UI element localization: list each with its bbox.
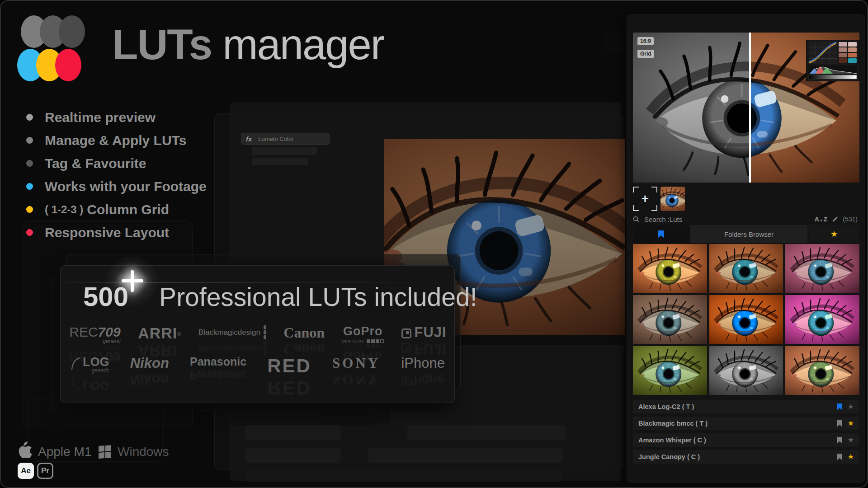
lut-list-row[interactable]: Blackmagic bmcc ( T ) ★ (633, 417, 859, 430)
plus-sparkle-icon (118, 267, 146, 295)
feature-label: Works with your Footage (45, 179, 207, 194)
lut-preview-tile-vivid-warm[interactable] (709, 295, 783, 344)
brand-logo-red: REDRED (267, 355, 311, 377)
lut-name: Jungle Canopy ( C ) (638, 453, 837, 460)
brand-logo-gopro: GoProBe a HERO.GoProBe a HERO. (342, 324, 384, 343)
lut-list-row[interactable]: Alexa Log-C2 ( T ) ★ (633, 400, 859, 413)
brand-logo-canon: CanonCanon (283, 324, 325, 341)
feature-prefix: ( 1-2-3 ) (45, 203, 83, 216)
brand-reflection: FUJI (401, 341, 447, 357)
apple-label: Apple M1 (38, 445, 91, 459)
feature-item: Manage & Apply LUTs (26, 129, 207, 152)
lut-name: Alexa Log-C2 ( T ) (638, 403, 837, 410)
tab-favourites[interactable]: ★ (809, 225, 859, 243)
feature-item: Responsive Layout (26, 221, 207, 244)
feature-bullet (26, 183, 33, 190)
eye-image (633, 295, 707, 344)
brand-logo-rec: REC709genericREC709generic (69, 324, 120, 344)
brand-reflection: LOGgeneric (71, 374, 109, 392)
eye-image (785, 346, 859, 395)
footage-thumbnail[interactable] (660, 187, 685, 211)
lut-list-row[interactable]: Jungle Canopy ( C ) ★ (633, 450, 859, 464)
bookmark-icon[interactable] (837, 420, 842, 427)
lut-preview-tile-golden[interactable] (633, 244, 707, 293)
fuji-icon (401, 328, 411, 338)
log-curve-icon (71, 357, 81, 371)
eye-image (660, 187, 685, 211)
brand-logo-log: LOGgenericLOGgeneric (71, 355, 109, 374)
page-title: LUTs manager (112, 23, 384, 66)
sort-az-button[interactable]: A▼Z (815, 216, 828, 223)
eye-image (709, 295, 783, 344)
lut-name: Amazon Whisper ( C ) (638, 436, 837, 444)
grid-badge[interactable]: Grid (637, 50, 654, 58)
panel-tabs: Folders Browser ★ (633, 225, 859, 243)
star-icon[interactable]: ★ (848, 420, 854, 427)
bookmark-icon (658, 230, 664, 238)
brand-row-1: REC709genericREC709genericARRI®ARRI®Blac… (61, 324, 455, 344)
windows-label: Windows (118, 445, 169, 459)
brand-logo-fuji: FUJIFUJI (401, 324, 447, 341)
brand-reflection: Nikon (130, 371, 169, 388)
brand-logo-sony: SONYSONY (332, 355, 380, 371)
lut-preview-tile-monochrome[interactable] (709, 346, 783, 395)
lut-scope-card (806, 40, 859, 81)
lut-preview-tile-green[interactable] (633, 346, 707, 395)
bookmark-icon[interactable] (837, 404, 842, 410)
lut-list: Alexa Log-C2 ( T ) ★Blackmagic bmcc ( T … (633, 400, 859, 467)
tab-folders-browser[interactable]: Folders Browser (690, 225, 807, 243)
logo-dot (59, 15, 85, 48)
feature-label: Responsive Layout (45, 225, 169, 240)
brand-reflection: iPhone (401, 371, 445, 388)
feature-bullet (26, 229, 33, 236)
feature-bullet (26, 137, 33, 144)
windows-icon (99, 445, 111, 459)
feature-list: Realtime previewManage & Apply LUTsTag &… (26, 106, 207, 244)
star-icon[interactable]: ★ (848, 453, 854, 460)
included-text: Professional LUTs included! (159, 282, 477, 311)
luts-manager-panel: 16:9 Grid + (627, 14, 865, 483)
title-luts: LUTs (112, 21, 212, 68)
effect-bar[interactable]: fx Lumetri Color (241, 133, 330, 145)
eye-image (633, 244, 707, 293)
feature-label: Tag & Favourite (45, 156, 146, 171)
lut-thumbnail-grid (633, 244, 859, 395)
brand-reflection: Panasonic (190, 368, 246, 381)
feature-item: Realtime preview (26, 106, 207, 129)
brand-logo-nikon: NikonNikon (130, 355, 169, 371)
ghost-window-corner (605, 31, 623, 52)
star-icon[interactable]: ★ (848, 403, 854, 410)
feature-bullet (26, 160, 33, 167)
lut-name: Blackmagic bmcc ( T ) (638, 420, 837, 427)
lut-preview-tile-magenta[interactable] (785, 295, 859, 344)
star-icon[interactable]: ★ (848, 436, 854, 444)
bookmark-icon[interactable] (837, 454, 842, 460)
brand-logo-panasonic: PanasonicPanasonic (190, 355, 246, 368)
lut-scope-graphic (806, 40, 859, 81)
bookmark-icon[interactable] (837, 437, 842, 444)
lut-preview-tile-teal-natural[interactable] (709, 244, 783, 293)
aspect-badge[interactable]: 16:9 (637, 37, 654, 45)
lut-preview-tile-sepia[interactable] (785, 346, 859, 395)
lut-preview-tile-desaturated-warm[interactable] (633, 295, 707, 344)
add-footage-button[interactable]: + (633, 187, 657, 211)
lut-list-row[interactable]: Amazon Whisper ( C ) ★ (633, 433, 859, 447)
effect-name: Lumetri Color (258, 136, 293, 142)
ghost-timeline-bar (245, 425, 341, 440)
edit-pen-icon[interactable] (832, 216, 838, 222)
log-curve-icon (71, 377, 81, 390)
feature-item: ( 1-2-3 )Column Grid (26, 198, 207, 221)
sort-arrow-icon: ▼ (820, 219, 823, 223)
ghost-timeline-bar (245, 470, 561, 482)
feature-item: Works with your Footage (26, 175, 207, 198)
footage-strip: + (633, 187, 859, 212)
search-bar: A▼Z (531) (633, 213, 859, 225)
feature-bullet (26, 206, 33, 213)
split-divider[interactable] (749, 33, 751, 183)
tab-bookmarked[interactable] (633, 225, 689, 243)
lut-preview-tile-violet[interactable] (785, 244, 859, 293)
eye-image (785, 295, 859, 344)
search-input[interactable] (643, 215, 815, 224)
ghost-timeline-bar (407, 425, 566, 440)
brand-logo-arri: ARRI®ARRI® (138, 324, 181, 342)
